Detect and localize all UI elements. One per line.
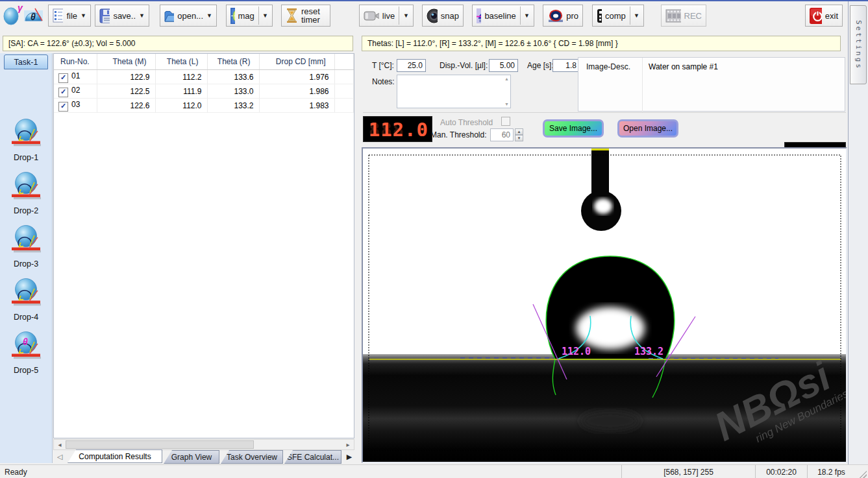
row-3-checkbox[interactable]: ✓ <box>58 102 68 112</box>
drop-4-label: Drop-4 <box>0 313 52 322</box>
tab-graph-view[interactable]: Graph View <box>164 450 219 464</box>
snap-button[interactable]: snap <box>422 5 464 27</box>
settings-tab-label: Settings <box>854 20 863 70</box>
dispense-volume-field[interactable]: 5.00 <box>489 59 518 72</box>
mag-button[interactable]: mag ▼ <box>226 5 273 27</box>
open-button-label: open... <box>177 11 203 21</box>
table-row[interactable]: ✓01 122.9 112.2 133.6 1.976 <box>54 70 354 84</box>
status-pixel-readout: [568, 157] 255 <box>621 465 755 478</box>
row-2-cd: 1.986 <box>259 84 334 99</box>
save-image-button[interactable]: Save Image... <box>543 119 604 137</box>
save-button-label: save.. <box>113 11 136 21</box>
tab-label: Task Overview <box>227 453 277 462</box>
live-button-label: live <box>382 11 395 21</box>
drop-4-icon <box>11 278 41 309</box>
bottom-tab-bar: ◁ Computation Results Graph View Task Ov… <box>53 449 354 464</box>
row-2-theta-m: 122.5 <box>97 84 155 99</box>
resize-grip[interactable] <box>858 470 867 478</box>
file-dropdown-arrow[interactable]: ▼ <box>81 12 86 19</box>
threshold-spin-up[interactable]: ▲ <box>515 128 523 135</box>
sidebar-item-drop-3[interactable]: Drop-3 <box>0 224 53 274</box>
open-button[interactable]: open... ▼ <box>160 5 217 27</box>
table-row[interactable]: ✓02 122.5 111.9 133.0 1.986 <box>54 84 354 99</box>
baseline-button[interactable]: baseline ▼ <box>472 5 534 27</box>
notes-label: Notes: <box>372 77 395 86</box>
table-row[interactable]: ✓03 122.6 112.0 133.2 1.983 <box>54 99 354 113</box>
video-camera-icon <box>364 10 379 22</box>
age-label: Age [s]: <box>527 61 554 70</box>
left-angle-value: 112.0 <box>562 346 591 357</box>
comp-button[interactable]: comp ▼ <box>592 5 644 27</box>
drop-3-icon <box>11 224 41 256</box>
col-run-no[interactable]: Run-No. <box>54 54 97 70</box>
sidebar-item-drop-4[interactable]: Drop-4 <box>0 278 53 327</box>
scroll-right-arrow[interactable]: ▸ <box>343 440 353 449</box>
camera-view[interactable]: 112.0 133.2 NBΩsi ring New Boundaries <box>362 147 847 463</box>
row-1-checkbox[interactable]: ✓ <box>58 73 68 83</box>
tab-label: Computation Results <box>79 452 151 461</box>
open-image-button[interactable]: Open Image... <box>617 119 678 137</box>
snap-button-label: snap <box>441 11 459 21</box>
live-button[interactable]: live ▼ <box>359 5 414 27</box>
tab-label: Graph View <box>171 453 212 462</box>
left-angle-display: 888.8 112.0 <box>363 116 432 142</box>
exit-button[interactable]: exit <box>805 5 843 27</box>
auto-threshold-checkbox[interactable] <box>501 117 510 126</box>
tab-computation-results[interactable]: Computation Results <box>68 449 162 463</box>
sidebar-item-drop-2[interactable]: Drop-2 <box>0 171 53 221</box>
temperature-label: T [°C]: <box>372 61 394 70</box>
temperature-field[interactable]: 25.0 <box>397 59 426 72</box>
save-icon <box>99 8 110 23</box>
threshold-spin-down[interactable]: ▼ <box>515 135 523 141</box>
save-button[interactable]: save.. ▼ <box>95 5 149 27</box>
table-hscrollbar[interactable]: ◂ ▸ <box>53 439 354 450</box>
camera-lens-icon <box>427 8 438 23</box>
display-value: 112.0 <box>369 119 428 141</box>
tab-settings[interactable]: Settings <box>850 5 867 84</box>
task-tab-label: Task-1 <box>14 58 38 67</box>
result-bar-right-text: Thetas: [L] = 112.0°, [R] = 133.2°, [M] … <box>367 39 618 48</box>
row-3-cd: 1.983 <box>259 99 334 113</box>
tab-task-overview[interactable]: Task Overview <box>221 450 283 464</box>
tab-nav-right[interactable]: ▶ <box>344 451 354 462</box>
baseline-button-label: baseline <box>484 11 515 21</box>
live-dropdown-arrow[interactable]: ▼ <box>403 12 409 19</box>
manual-threshold-field[interactable]: 60 <box>490 128 514 141</box>
notes-scroll-down[interactable]: ▼ <box>504 102 509 106</box>
mag-button-label: mag <box>238 11 254 21</box>
rec-button[interactable]: REC <box>661 5 706 27</box>
notes-textarea[interactable]: ▲ ▼ <box>397 75 511 108</box>
scrollbar-thumb[interactable] <box>66 440 254 449</box>
pro-drop-icon <box>547 8 563 23</box>
notes-scroll-up[interactable]: ▲ <box>504 77 509 81</box>
file-button-label: file <box>66 11 77 21</box>
col-spacer <box>334 54 354 70</box>
row-2-theta-r: 133.0 <box>207 84 259 99</box>
result-bar-left: [SA]: CA = 122.6° (±0.3); Vol = 5.000 <box>3 36 353 51</box>
film-strip-icon <box>665 9 681 23</box>
tab-sfe-calculator[interactable]: SFE Calculat... <box>284 450 341 464</box>
open-dropdown-arrow[interactable]: ▼ <box>206 12 212 19</box>
file-button[interactable]: file ▼ <box>48 5 91 27</box>
image-desc-value[interactable]: Water on sample #1 <box>649 62 718 71</box>
pro-button[interactable]: pro <box>543 5 583 27</box>
col-theta-l[interactable]: Theta (L) <box>155 54 207 70</box>
table-header-row: Run-No. Theta (M) Theta (L) Theta (R) Dr… <box>54 54 354 70</box>
col-drop-cd[interactable]: Drop CD [mm] <box>259 54 334 70</box>
row-2-checkbox[interactable]: ✓ <box>58 88 68 97</box>
tab-nav-left[interactable]: ◁ <box>55 451 65 462</box>
drop-1-icon <box>11 118 41 149</box>
comp-dropdown-arrow[interactable]: ▼ <box>634 12 639 19</box>
mag-dropdown-arrow[interactable]: ▼ <box>262 12 268 19</box>
sidebar-item-drop-5[interactable]: θ Drop-5 <box>0 331 53 380</box>
tab-task-1[interactable]: Task-1 <box>4 54 48 69</box>
col-theta-r[interactable]: Theta (R) <box>207 54 259 70</box>
row-3-theta-r: 133.2 <box>207 99 259 113</box>
age-field[interactable]: 1.8 <box>552 59 580 72</box>
save-dropdown-arrow[interactable]: ▼ <box>139 12 145 19</box>
baseline-dropdown-arrow[interactable]: ▼ <box>524 12 530 19</box>
scroll-left-arrow[interactable]: ◂ <box>55 440 65 449</box>
reset-timer-button[interactable]: reset timer <box>281 5 330 27</box>
sidebar-item-drop-1[interactable]: Drop-1 <box>0 118 53 167</box>
col-theta-m[interactable]: Theta (M) <box>97 54 155 70</box>
